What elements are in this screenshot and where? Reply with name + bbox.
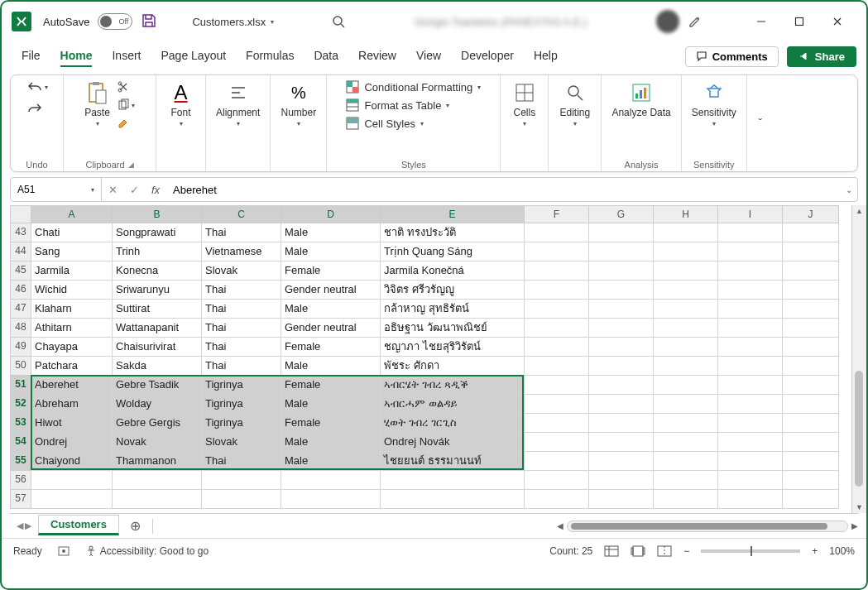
cell[interactable] [113, 471, 202, 490]
cell[interactable]: Gebre Gergis [113, 414, 202, 433]
cell-styles-button[interactable]: Cell Styles▾ [346, 117, 423, 130]
cell[interactable] [654, 319, 718, 338]
row-header-43[interactable]: 43 [10, 223, 31, 242]
cell[interactable] [202, 490, 281, 509]
cell[interactable]: Female [281, 414, 381, 433]
cell[interactable]: Male [281, 223, 381, 242]
cell[interactable] [589, 471, 654, 490]
copy-button[interactable]: ▾ [117, 98, 135, 112]
cell[interactable]: Ondrej [31, 433, 113, 452]
cell[interactable] [718, 261, 783, 281]
view-page-layout-button[interactable] [631, 545, 645, 557]
tab-review[interactable]: Review [358, 46, 396, 67]
tab-formulas[interactable]: Formulas [246, 46, 294, 67]
cell[interactable] [654, 281, 718, 300]
cell[interactable]: ไชยยนต์ ธรรมานนท์ [381, 452, 525, 471]
cell[interactable] [589, 376, 654, 395]
cell[interactable]: Vietnamese [202, 242, 281, 261]
hscroll-right-icon[interactable]: ▶ [851, 521, 858, 530]
maximize-button[interactable] [780, 5, 818, 38]
number-dropdown[interactable]: %Number▾ [281, 80, 317, 127]
cell[interactable]: Female [281, 261, 381, 281]
cell[interactable] [783, 471, 839, 490]
cell[interactable]: ኣብርሓም ወልዳይ [381, 395, 525, 414]
cell[interactable] [525, 261, 589, 281]
cell[interactable] [783, 357, 839, 376]
accessibility-status[interactable]: Accessibility: Good to go [85, 545, 209, 557]
cell[interactable]: Konecna [113, 261, 202, 281]
view-normal-button[interactable] [604, 545, 619, 557]
new-sheet-button[interactable]: ⊕ [126, 518, 146, 534]
cell[interactable]: Wichid [31, 281, 113, 300]
cell[interactable] [589, 281, 654, 300]
editing-dropdown[interactable]: Editing▾ [560, 80, 591, 127]
tab-file[interactable]: File [22, 46, 41, 67]
redo-button[interactable] [26, 102, 43, 115]
cell[interactable]: Ondrej Novák [381, 433, 525, 452]
zoom-level[interactable]: 100% [829, 545, 855, 557]
cell[interactable] [525, 319, 589, 338]
row-header-53[interactable]: 53 [10, 414, 31, 433]
font-dropdown[interactable]: AFont▾ [169, 80, 194, 127]
row-header-46[interactable]: 46 [10, 281, 31, 300]
cell[interactable] [718, 357, 783, 376]
cell[interactable] [525, 395, 589, 414]
cell[interactable] [783, 223, 839, 242]
cell[interactable] [589, 319, 654, 338]
row-header-56[interactable]: 56 [10, 471, 31, 490]
cell[interactable] [654, 338, 718, 357]
cell[interactable] [783, 414, 839, 433]
cell[interactable]: Gender neutral [281, 281, 381, 300]
cell[interactable] [718, 242, 783, 261]
alignment-dropdown[interactable]: Alignment▾ [216, 80, 260, 127]
tab-view[interactable]: View [416, 46, 441, 67]
cell[interactable] [654, 490, 718, 509]
search-icon[interactable] [332, 15, 345, 28]
cell[interactable]: Tigrinya [202, 414, 281, 433]
row-header-48[interactable]: 48 [10, 319, 31, 338]
cell[interactable] [525, 414, 589, 433]
cell[interactable] [113, 490, 202, 509]
cell[interactable]: Chati [31, 223, 113, 242]
cell[interactable] [589, 300, 654, 319]
cell[interactable] [589, 357, 654, 376]
cell[interactable]: Slovak [202, 261, 281, 281]
cell[interactable] [281, 471, 381, 490]
cell[interactable] [718, 395, 783, 414]
cell[interactable] [589, 433, 654, 452]
cell[interactable]: Male [281, 300, 381, 319]
cell[interactable]: Trinh [113, 242, 202, 261]
cell[interactable] [654, 433, 718, 452]
cell[interactable] [654, 452, 718, 471]
horizontal-scrollbar[interactable] [567, 520, 848, 532]
cell[interactable]: Female [281, 338, 381, 357]
cell[interactable]: Hiwot [31, 414, 113, 433]
cell[interactable] [31, 490, 113, 509]
view-page-break-button[interactable] [657, 545, 672, 557]
cell[interactable] [525, 452, 589, 471]
row-header-44[interactable]: 44 [10, 242, 31, 261]
cell[interactable] [718, 338, 783, 357]
cell[interactable]: อธิษฐาน วัฒนาพณิชย์ [381, 319, 525, 338]
column-header-A[interactable]: A [31, 205, 113, 223]
ribbon-collapse-button[interactable]: ˇ [747, 75, 774, 171]
cell[interactable] [783, 433, 839, 452]
cell[interactable] [525, 281, 589, 300]
format-painter-button[interactable] [117, 117, 135, 130]
cell[interactable] [525, 338, 589, 357]
cell[interactable] [654, 242, 718, 261]
cell[interactable] [783, 261, 839, 281]
cell[interactable] [654, 395, 718, 414]
cell[interactable] [381, 471, 525, 490]
cell[interactable] [589, 452, 654, 471]
cell[interactable] [783, 319, 839, 338]
sensitivity-dropdown[interactable]: Sensitivity▾ [692, 80, 736, 127]
cells-dropdown[interactable]: Cells▾ [512, 80, 537, 127]
cell[interactable]: Abreham [31, 395, 113, 414]
cell[interactable]: Thai [202, 300, 281, 319]
cell[interactable]: Thai [202, 223, 281, 242]
cell[interactable] [589, 223, 654, 242]
cell[interactable]: Female [281, 376, 381, 395]
sheet-prev-icon[interactable]: ◀ [17, 520, 23, 531]
tab-developer[interactable]: Developer [461, 46, 514, 67]
